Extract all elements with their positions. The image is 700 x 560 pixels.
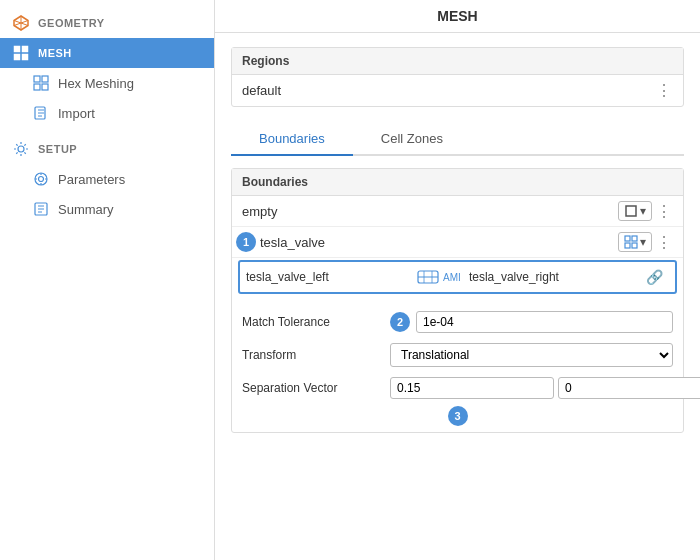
svg-point-15 — [18, 146, 24, 152]
boundaries-box: Boundaries empty ▾ ⋮ 1 tesla_valve — [231, 168, 684, 433]
transform-row: Transform Translational None Rotational — [242, 338, 673, 372]
svg-rect-22 — [626, 206, 636, 216]
sidebar-item-mesh[interactable]: MESH — [0, 38, 214, 68]
regions-title: Regions — [232, 48, 683, 75]
svg-rect-5 — [14, 54, 20, 60]
sidebar-setup-label: SETUP — [38, 143, 77, 155]
sidebar-mesh-label: MESH — [38, 47, 72, 59]
regions-more-button[interactable]: ⋮ — [656, 81, 673, 100]
ami-text: AMI — [443, 272, 461, 283]
main-title: MESH — [215, 0, 700, 33]
sidebar-parameters-label: Parameters — [58, 172, 125, 187]
match-tolerance-label: Match Tolerance — [242, 315, 382, 329]
parameters-icon — [32, 170, 50, 188]
sidebar-item-geometry[interactable]: GEOMETRY — [0, 8, 214, 38]
sidebar-item-hex-meshing[interactable]: Hex Meshing — [0, 68, 214, 98]
tabs-container: Boundaries Cell Zones — [231, 123, 684, 156]
grid-icon — [624, 235, 638, 249]
empty-type-button[interactable]: ▾ — [618, 201, 652, 221]
boundary-row-tesla-valve: 1 tesla_valve ▾ ⋮ — [232, 227, 683, 258]
match-tolerance-row: Match Tolerance 2 — [242, 306, 673, 338]
svg-rect-8 — [42, 76, 48, 82]
link-icon[interactable]: 🔗 — [640, 267, 669, 287]
main-content: MESH Regions default ⋮ Boundaries Cell Z… — [215, 0, 700, 560]
chevron-down-icon: ▾ — [640, 204, 646, 218]
boundary-empty-label: empty — [242, 204, 612, 219]
sidebar-geometry-label: GEOMETRY — [38, 17, 105, 29]
svg-rect-25 — [625, 243, 630, 248]
svg-rect-10 — [42, 84, 48, 90]
empty-more-button[interactable]: ⋮ — [656, 202, 673, 221]
svg-rect-6 — [22, 54, 28, 60]
tesla-valve-more-button[interactable]: ⋮ — [656, 233, 673, 252]
content-area: Regions default ⋮ Boundaries Cell Zones … — [215, 33, 700, 560]
boundary-tesla-valve-label: tesla_valve — [260, 235, 612, 250]
transform-label: Transform — [242, 348, 382, 362]
sidebar-item-parameters[interactable]: Parameters — [0, 164, 214, 194]
square-icon — [624, 204, 638, 218]
boundary-row-empty: empty ▾ ⋮ — [232, 196, 683, 227]
badge-3: 3 — [448, 406, 468, 426]
boundary-tesla-valve-controls: ▾ ⋮ — [618, 232, 673, 252]
svg-rect-23 — [625, 236, 630, 241]
match-tolerance-input[interactable] — [416, 311, 673, 333]
geometry-icon — [12, 14, 30, 32]
ami-icon-area: AMI — [417, 266, 461, 288]
separation-vector-label: Separation Vector — [242, 381, 382, 395]
separation-vector-y-input[interactable] — [558, 377, 700, 399]
tesla-chevron-icon: ▾ — [640, 235, 646, 249]
ami-icon — [417, 266, 439, 288]
form-area: Match Tolerance 2 Transform Translationa… — [232, 300, 683, 432]
summary-icon — [32, 200, 50, 218]
tesla-valve-right-label: tesla_valve_right — [469, 270, 632, 284]
svg-point-17 — [39, 177, 44, 182]
svg-rect-3 — [14, 46, 20, 52]
regions-default-label: default — [242, 83, 281, 98]
svg-rect-7 — [34, 76, 40, 82]
regions-section: Regions default ⋮ — [231, 47, 684, 107]
transform-select[interactable]: Translational None Rotational — [390, 343, 673, 367]
badge-1: 1 — [236, 232, 256, 252]
separation-vector-x-input[interactable] — [390, 377, 554, 399]
tab-cell-zones[interactable]: Cell Zones — [353, 123, 471, 156]
mesh-icon — [12, 44, 30, 62]
svg-rect-9 — [34, 84, 40, 90]
svg-rect-26 — [632, 243, 637, 248]
tab-boundaries[interactable]: Boundaries — [231, 123, 353, 156]
boundaries-title: Boundaries — [232, 169, 683, 196]
sidebar: GEOMETRY MESH Hex Meshing — [0, 0, 215, 560]
separation-vector-inputs — [390, 377, 700, 399]
sidebar-item-import[interactable]: Import — [0, 98, 214, 128]
boundary-empty-controls: ▾ ⋮ — [618, 201, 673, 221]
sidebar-summary-label: Summary — [58, 202, 114, 217]
badge-2: 2 — [390, 312, 410, 332]
sidebar-item-summary[interactable]: Summary — [0, 194, 214, 224]
sidebar-hex-meshing-label: Hex Meshing — [58, 76, 134, 91]
import-icon — [32, 104, 50, 122]
separation-vector-row: Separation Vector — [242, 372, 673, 404]
sidebar-item-setup[interactable]: SETUP — [0, 134, 214, 164]
tesla-valve-expand: tesla_valve_left AMI tesla_valve_right 🔗 — [238, 260, 677, 294]
regions-row: default ⋮ — [232, 75, 683, 106]
hex-icon — [32, 74, 50, 92]
svg-rect-4 — [22, 46, 28, 52]
sidebar-import-label: Import — [58, 106, 95, 121]
setup-icon — [12, 140, 30, 158]
tesla-valve-left-label: tesla_valve_left — [246, 270, 409, 284]
svg-rect-24 — [632, 236, 637, 241]
tesla-valve-type-button[interactable]: ▾ — [618, 232, 652, 252]
